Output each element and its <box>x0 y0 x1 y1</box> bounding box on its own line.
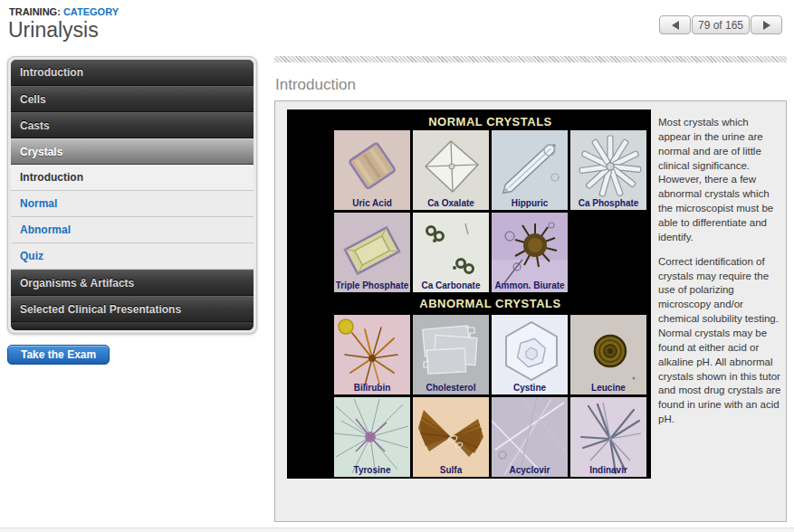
crystal-photo-ca-oxalate: Ca Oxalate <box>413 130 489 210</box>
sidebar-footer-bar <box>11 322 254 330</box>
crystal-photo-tyrosine: Tyrosine <box>334 397 410 477</box>
crystal-label: Cholesterol <box>413 383 489 393</box>
crystal-grid-empty-cell <box>570 213 646 292</box>
sidebar-menu: Introduction Cells Casts Crystals Introd… <box>11 60 254 330</box>
sidebar-subitem-abnormal[interactable]: Abnormal <box>11 217 254 243</box>
prev-icon <box>672 21 679 30</box>
sidebar-subitem-quiz[interactable]: Quiz <box>11 243 254 270</box>
crystal-photo-bilirubin: Bilirubin <box>334 315 410 394</box>
normal-crystals-grid: Uric Acid Ca Oxalate <box>334 130 646 292</box>
sidebar-item-selected-clinical-presentations[interactable]: Selected Clinical Presentations <box>11 296 254 322</box>
crystal-label: Indinavir <box>570 465 646 475</box>
next-page-button[interactable] <box>751 15 782 34</box>
crystal-photo-ca-carbonate: Ca Carbonate <box>413 213 489 292</box>
normal-crystals-title: NORMAL CRYSTALS <box>334 109 646 130</box>
crystal-photo-cystine: Cystine <box>492 315 568 394</box>
content-panel: NORMAL CRYSTALS Uric Acid <box>274 100 787 522</box>
crystal-photo-hippuric: Hippuric <box>492 130 568 210</box>
abnormal-crystals-grid: Bilirubin Cholesterol <box>334 315 646 477</box>
sidebar-item-cells[interactable]: Cells <box>11 86 254 112</box>
sidebar-item-crystals[interactable]: Crystals <box>11 138 254 165</box>
crystal-label: Ca Carbonate <box>413 280 489 290</box>
crystal-photo-leucine: Leucine <box>570 315 646 394</box>
sidebar-subitem-introduction[interactable]: Introduction <box>11 165 254 191</box>
description-paragraph-1: Most crystals which appear in the urine … <box>658 116 781 245</box>
main-content: Introduction NORMAL CRYSTALS Uric Acid <box>274 56 787 522</box>
crystal-photo-ca-phosphate: Ca Phosphate <box>570 130 646 210</box>
page-title: Urinalysis <box>8 18 99 43</box>
sidebar-item-casts[interactable]: Casts <box>11 112 254 138</box>
sidebar-item-introduction[interactable]: Introduction <box>11 60 254 86</box>
bottom-strip <box>0 527 794 532</box>
breadcrumb-prefix: TRAINING: <box>9 6 61 17</box>
crystal-photo-indinavir: Indinavir <box>570 397 646 477</box>
prev-page-button[interactable] <box>659 15 691 34</box>
crystal-label: Hippuric <box>492 198 568 208</box>
description-paragraph-2: Correct identification of crystals may r… <box>658 255 781 427</box>
sidebar-subitem-normal[interactable]: Normal <box>11 191 254 217</box>
crystal-photo-uric-acid: Uric Acid <box>334 130 410 210</box>
sidebar-item-organisms-artifacts[interactable]: Organisms & Artifacts <box>11 270 254 296</box>
breadcrumb-category-link[interactable]: CATEGORY <box>63 6 119 17</box>
crystal-photo-acyclovir: Acyclovir <box>492 397 568 477</box>
crystal-chart-image: NORMAL CRYSTALS Uric Acid <box>287 109 651 479</box>
crystal-photo-sulfa: Sulfa <box>413 397 489 477</box>
crystal-label: Triple Phosphate <box>334 280 410 290</box>
crystal-photo-ammon-biurate: Ammon. Biurate <box>492 213 568 292</box>
crystal-label: Acyclovir <box>492 465 568 475</box>
crystal-label: Bilirubin <box>334 383 410 393</box>
sidebar: Introduction Cells Casts Crystals Introd… <box>7 56 257 334</box>
page-indicator: 79 of 165 <box>692 15 750 34</box>
take-exam-button[interactable]: Take the Exam <box>7 345 110 365</box>
crystal-label: Ca Oxalate <box>413 198 489 208</box>
crystal-photo-triple-phosphate: Triple Phosphate <box>334 213 410 292</box>
next-icon <box>763 21 770 30</box>
section-heading: Introduction <box>275 76 787 94</box>
crystal-label: Uric Acid <box>334 198 410 208</box>
crystal-label: Leucine <box>570 383 646 393</box>
breadcrumb: TRAINING: CATEGORY <box>9 6 119 17</box>
crystal-label: Tyrosine <box>334 465 410 475</box>
crystal-label: Ammon. Biurate <box>492 280 568 290</box>
crystal-photo-cholesterol: Cholesterol <box>413 315 489 394</box>
description-text: Most crystals which appear in the urine … <box>658 116 781 437</box>
crystal-label: Cystine <box>492 383 568 393</box>
crystal-label: Ca Phosphate <box>570 198 646 208</box>
abnormal-crystals-title: ABNORMAL CRYSTALS <box>334 297 646 312</box>
crystal-label: Sulfa <box>413 465 489 475</box>
pager: 79 of 165 <box>659 15 782 34</box>
section-divider <box>274 56 787 62</box>
